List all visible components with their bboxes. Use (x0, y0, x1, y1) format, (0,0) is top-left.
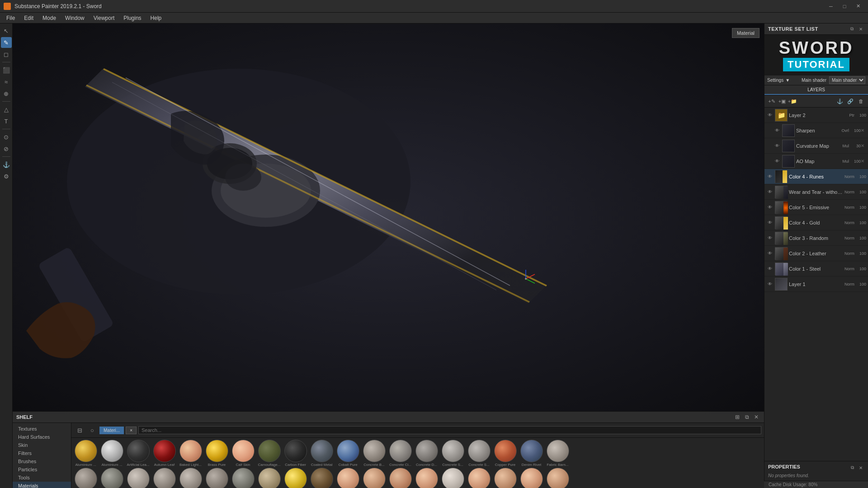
layer-opacity[interactable]: 100 (855, 205, 866, 210)
layer-item[interactable]: 👁 Color 5 - Emissive Norm 100 (764, 200, 868, 215)
layer-delete-button[interactable]: 🗑 (856, 97, 865, 106)
layer-visibility-toggle[interactable]: 👁 (774, 142, 781, 150)
layer-visibility-toggle[interactable]: 👁 (766, 219, 774, 226)
shelf-category-tools[interactable]: Tools (13, 474, 71, 482)
list-item[interactable]: Concrete S... (467, 440, 491, 467)
layer-item[interactable]: 👁 Color 1 - Steel Norm 100 (764, 261, 868, 277)
list-item[interactable]: Human Fe... (493, 468, 518, 488)
list-item[interactable]: Fabric Soft... (204, 468, 229, 488)
layer-item[interactable]: 👁 Wear and Tear - without Lea... Norm 10… (764, 184, 868, 200)
list-item[interactable]: Aluminium ... (99, 440, 124, 467)
material-button[interactable]: Material (732, 28, 760, 38)
shelf-filter-icon[interactable]: ⊟ (74, 425, 85, 436)
layer-item[interactable]: 👁 Color 4 - Runes Norm 100 (764, 169, 868, 184)
list-item[interactable]: Human Bell... (362, 468, 387, 488)
list-item[interactable]: Fabric Rou... (178, 468, 203, 488)
shelf-category-textures[interactable]: Textures (13, 425, 71, 433)
shelf-search-input[interactable] (138, 426, 761, 434)
close-button[interactable]: ✕ (852, 0, 864, 13)
layer-item[interactable]: 👁 Layer 1 Norm 100 (764, 277, 868, 292)
shelf-category-filters[interactable]: Filters (13, 449, 71, 457)
layer-visibility-toggle[interactable]: 👁 (766, 204, 774, 211)
minimize-button[interactable]: ─ (825, 0, 837, 13)
layer-item[interactable]: 👁 AO Map Mul 100 ✕ (764, 154, 868, 169)
list-item[interactable]: Footprints (257, 468, 282, 488)
layer-link-button[interactable]: 🔗 (846, 97, 855, 106)
layer-visibility-toggle[interactable]: 👁 (766, 112, 774, 119)
shader-dropdown[interactable]: Main shader (829, 76, 865, 84)
list-item[interactable]: Aluminium ... (73, 440, 98, 467)
layer-visibility-toggle[interactable]: 👁 (774, 127, 781, 134)
layer-item[interactable]: 👁 Color 4 - Gold Norm 100 (764, 215, 868, 230)
list-item[interactable]: Human Ch... (414, 468, 439, 488)
layer-item[interactable]: 👁 Color 2 - Leather Norm 100 (764, 246, 868, 261)
list-item[interactable]: Calf Skin (231, 440, 255, 467)
shelf-category-particles[interactable]: Particles (13, 465, 71, 474)
tool-picker[interactable]: ⊙ (1, 131, 12, 142)
tool-anchor[interactable]: ⚓ (1, 159, 12, 170)
tool-geometry[interactable]: △ (1, 104, 12, 115)
layer-item[interactable]: 👁 Color 3 - Random Norm 100 (764, 230, 868, 246)
menu-plugins[interactable]: Plugins (119, 14, 146, 22)
maximize-button[interactable]: □ (838, 0, 851, 13)
list-item[interactable]: Human Eye... (440, 468, 465, 488)
list-item[interactable]: Coated Metal (309, 440, 334, 467)
list-item[interactable]: Artificial Lea... (126, 440, 151, 467)
properties-float-button[interactable]: ⧉ (849, 464, 856, 471)
layer-opacity[interactable]: 30 (850, 144, 861, 148)
list-item[interactable]: Fabric Barn... (545, 440, 570, 467)
menu-help[interactable]: Help (146, 14, 166, 22)
menu-viewport[interactable]: Viewport (89, 14, 119, 22)
tool-smudge[interactable]: ≈ (1, 76, 12, 87)
list-item[interactable]: Concrete S... (440, 440, 465, 467)
menu-window[interactable]: Window (61, 14, 89, 22)
add-paint-layer-button[interactable]: +✎ (767, 97, 776, 106)
layer-visibility-toggle[interactable]: 👁 (766, 173, 774, 180)
list-item[interactable]: Camouflage... (257, 440, 282, 467)
menu-edit[interactable]: Edit (19, 14, 38, 22)
layer-visibility-toggle[interactable]: 👁 (774, 158, 781, 165)
viewport[interactable]: Material (13, 23, 764, 411)
layer-opacity[interactable]: 100 (855, 174, 866, 179)
add-fill-layer-button[interactable]: +▣ (778, 97, 787, 106)
tool-paint[interactable]: ✎ (1, 37, 12, 48)
layer-close-button[interactable]: ✕ (861, 143, 866, 148)
list-item[interactable]: Ground Gra... (309, 468, 334, 488)
shelf-float-button[interactable]: ⧉ (743, 413, 751, 421)
layer-opacity[interactable]: 100 (850, 159, 861, 164)
list-item[interactable]: Baked Light... (178, 440, 203, 467)
list-item[interactable]: Gold Pure (283, 468, 308, 488)
list-item[interactable]: Fabric Deni... (99, 468, 124, 488)
shelf-filter-tab-materials[interactable]: Materi... (99, 427, 124, 434)
layer-opacity[interactable]: 100 (855, 236, 866, 240)
tool-fill[interactable]: ⬛ (1, 65, 12, 75)
shelf-category-skin[interactable]: Skin (13, 441, 71, 449)
tool-measure[interactable]: ⊘ (1, 143, 12, 154)
layer-visibility-toggle[interactable]: 👁 (766, 235, 774, 242)
shelf-category-materials[interactable]: Materials (13, 482, 71, 488)
list-item[interactable]: Carbon Fiber (283, 440, 308, 467)
layer-visibility-toggle[interactable]: 👁 (766, 188, 774, 196)
layer-visibility-toggle[interactable]: 👁 (766, 281, 774, 288)
shelf-filter-tab-close[interactable]: × (126, 427, 137, 434)
tool-text[interactable]: T (1, 116, 12, 127)
list-item[interactable]: Fabric Suit... (231, 468, 255, 488)
list-item[interactable]: Autumn Leaf (152, 440, 177, 467)
list-item[interactable]: Human For... (545, 468, 570, 488)
shelf-category-brushes[interactable]: Brushes (13, 457, 71, 465)
tool-erase[interactable]: ◻ (1, 49, 12, 60)
shelf-close-button[interactable]: ✕ (752, 413, 760, 421)
layer-opacity[interactable]: 100 (855, 251, 866, 256)
list-item[interactable]: Fabric Knit... (126, 468, 151, 488)
list-item[interactable]: Concrete D... (414, 440, 439, 467)
properties-close-button[interactable]: ✕ (857, 464, 864, 471)
texture-set-close-button[interactable]: ✕ (857, 25, 864, 33)
tool-clone[interactable]: ⊕ (1, 88, 12, 99)
layer-item[interactable]: 👁 Curvature Map Mul 30 ✕ (764, 138, 868, 154)
shelf-category-hard[interactable]: Hard Surfaces (13, 433, 71, 441)
layer-opacity[interactable]: 100 (855, 221, 866, 225)
list-item[interactable]: Fabric Base... (73, 468, 98, 488)
texture-set-float-button[interactable]: ⧉ (848, 25, 855, 33)
layer-opacity[interactable]: 100 (855, 282, 866, 286)
tool-select[interactable]: ↖ (1, 25, 12, 36)
